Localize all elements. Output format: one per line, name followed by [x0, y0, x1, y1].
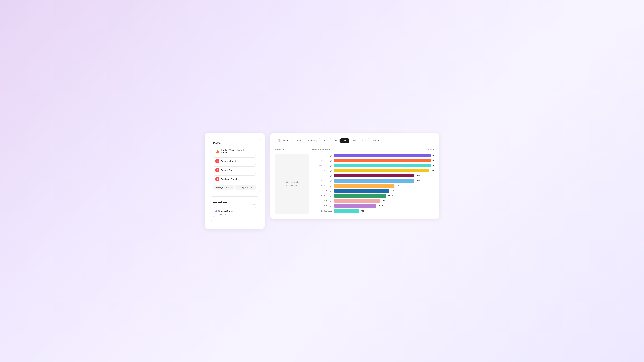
30d-label: 30D: [333, 139, 337, 142]
step-menu-2[interactable]: ⋮: [252, 169, 254, 172]
row-label: 1.0 - 1.5 Days: [312, 154, 332, 157]
bar-1: [216, 151, 217, 153]
funnel-card-label: Product Viewed ...: [284, 181, 300, 183]
time-today-button[interactable]: Today: [293, 138, 304, 143]
breakdown-sub-text: Step 1 → 2: [219, 213, 228, 215]
time-xtd-button[interactable]: XTD ▾: [370, 138, 382, 143]
funnel-chevron-icon: ▾: [283, 149, 284, 151]
step-chevron-icon: ▾: [251, 187, 252, 188]
table-row: 4.0 - 4.5 Days 18h: [312, 199, 434, 203]
ttc-control[interactable]: Average of TTC ▾: [213, 185, 234, 190]
bar-value: 1.9d: [430, 169, 434, 172]
step-label-3: Purchase Completed: [221, 178, 250, 180]
ttc-chevron-icon: ▾: [231, 187, 232, 188]
breakdown-menu[interactable]: ⋮: [252, 210, 254, 213]
step-menu-3[interactable]: ⋮: [252, 178, 254, 181]
row-label: 0.5 - 1.0 Days: [312, 164, 332, 167]
time-12m-button[interactable]: 12M: [359, 138, 369, 143]
time-filter-row: 📅 Custom Today Yesterday 7D 30D 3M 6M: [275, 138, 434, 143]
value-col-chevron-icon: ▾: [433, 148, 434, 151]
funnel-col-header[interactable]: Funnel ▾: [275, 148, 308, 151]
custom-label: Custom: [282, 139, 289, 142]
breakdown-item-label: Time to Convert: [218, 210, 250, 212]
bar-wrapper: 16.2h: [334, 204, 434, 208]
step-control-label: Step 2 → 3: [240, 186, 250, 189]
bar-value: 1.1d: [390, 190, 394, 192]
ttc-col-header[interactable]: Time to Convert ▾: [312, 148, 330, 151]
funnel-col-label: Funnel: [275, 148, 282, 151]
time-custom-button[interactable]: 📅 Custom: [275, 138, 292, 143]
bar-chart-icon: [216, 150, 219, 153]
bars-header: Time to Convert ▾ Value ▾: [312, 148, 434, 151]
12m-label: 12M: [362, 139, 366, 142]
bar-wrapper: 1.6d: [334, 179, 434, 183]
time-30d-button[interactable]: 30D: [330, 138, 340, 143]
bar-wrapper: 1.1d: [334, 189, 434, 193]
bar-value: 1.2d: [396, 185, 400, 187]
bar-3: [218, 151, 219, 153]
metric-header-label: Product Viewed through Purch...: [221, 149, 250, 154]
xtd-label: XTD: [373, 139, 377, 142]
bar-wrapper: 1.9d: [334, 169, 434, 172]
bar-fill: [334, 169, 429, 172]
bar-value: 18h: [382, 200, 385, 202]
bar-wrapper: 2d: [334, 164, 434, 167]
table-row: 1.5 - 2.0 Days 2d: [312, 159, 434, 162]
metric-section: Metric Product Viewed through Purch... ⋮…: [210, 138, 260, 193]
step-menu-1[interactable]: ⋮: [252, 160, 254, 163]
table-row: 3.5 - 4.0 Days 1.2d: [312, 184, 434, 188]
add-breakdown-button[interactable]: +: [252, 200, 256, 205]
bar-chart-icon-container: [215, 149, 219, 153]
bar-wrapper: 9.5h: [334, 209, 434, 213]
step-item-1[interactable]: 1 Product Viewed ⋮: [213, 157, 256, 165]
value-col-header[interactable]: Value ▾: [427, 148, 434, 151]
ttc-col-label: Time to Convert: [312, 148, 328, 151]
time-yesterday-button[interactable]: Yesterday: [305, 138, 320, 143]
table-row: 2.0 - 2.5 Days 1.6d: [312, 174, 434, 177]
xtd-chevron-icon: ▾: [378, 139, 379, 142]
bar-fill: [334, 164, 431, 167]
breakdown-section: Breakdown + # Time to Convert ⋮ Step 1 →…: [210, 196, 260, 221]
bars-column: Time to Convert ▾ Value ▾ 1.0 - 1.5 Days…: [312, 148, 434, 214]
step-item-2[interactable]: 2 Product Added ⋮: [213, 166, 256, 174]
bar-fill: [334, 179, 414, 183]
breakdown-header: Breakdown +: [213, 200, 256, 205]
time-7d-button[interactable]: 7D: [321, 138, 330, 143]
metric-header-item[interactable]: Product Viewed through Purch... ⋮: [213, 147, 256, 156]
left-panel: Metric Product Viewed through Purch... ⋮…: [204, 133, 265, 229]
bar-value: 2d: [432, 154, 434, 157]
bar-value: 9.5h: [360, 210, 364, 212]
table-row: 4.5 - 5.0 Days 22.2h: [312, 194, 434, 198]
controls-row: Average of TTC ▾ Step 2 → 3 ▾: [213, 185, 256, 190]
bar-wrapper: 22.2h: [334, 194, 434, 198]
row-label: 5.0 - 5.5 Days: [312, 205, 332, 207]
bar-fill: [334, 204, 376, 208]
table-row: 3.0 - 3.5 Days 1.1d: [312, 189, 434, 193]
metric-header-menu[interactable]: ⋮: [252, 150, 254, 153]
yesterday-label: Yesterday: [308, 139, 317, 142]
bar-fill: [334, 194, 386, 198]
table-row: 1.0 - 1.5 Days 2d: [312, 154, 434, 157]
table-row: 5.0 - 5.5 Days 16.2h: [312, 204, 434, 208]
breakdown-item-header: # Time to Convert ⋮: [215, 210, 254, 213]
time-6m-button[interactable]: 6M: [350, 138, 358, 143]
bar-fill: [334, 199, 380, 203]
3m-label: 3M: [343, 139, 346, 142]
bar-wrapper: 2d: [334, 159, 434, 162]
row-label: 3.0 - 3.5 Days: [312, 190, 332, 192]
bar-fill: [334, 154, 431, 157]
step-control[interactable]: Step 2 → 3 ▾: [236, 185, 256, 190]
step-item-3[interactable]: 3 Purchase Completed ⋮: [213, 175, 256, 183]
breakdown-sub: Step 1 → 2: [219, 213, 254, 215]
row-label: 4.5 - 5.0 Days: [312, 195, 332, 197]
funnel-bar-container: Product Viewed ... Overall 1.8d: [275, 154, 308, 214]
step-badge-1: 1: [215, 159, 219, 163]
time-3m-button[interactable]: 3M: [340, 138, 349, 143]
steps-container: 1 Product Viewed ⋮ 2 Product Added ⋮ 3 P…: [213, 157, 256, 183]
breakdown-item[interactable]: # Time to Convert ⋮ Step 1 → 2: [213, 207, 256, 217]
bar-value: 1.6d: [416, 179, 420, 182]
calendar-icon: 📅: [278, 139, 280, 142]
data-table: 1.0 - 1.5 Days 2d 1.5 - 2.0 Days 2d 0.5 …: [312, 154, 434, 213]
bar-fill: [334, 159, 431, 162]
table-row: 2.5 - 3.0 Days 1.6d: [312, 179, 434, 183]
